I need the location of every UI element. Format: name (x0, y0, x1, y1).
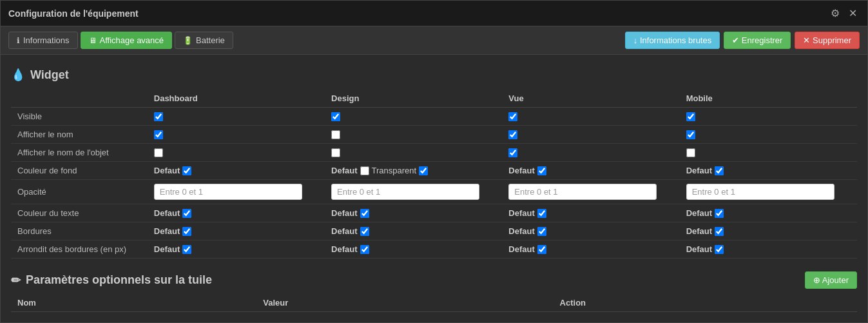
defaut-checkbox-vue-5[interactable] (537, 209, 546, 218)
col-header-design: Design (325, 90, 502, 108)
opacity-input-design[interactable] (331, 184, 479, 200)
widget-title-text: Widget (30, 68, 69, 82)
cell-mobile: Defaut (680, 162, 857, 180)
tab-batterie[interactable]: 🔋 Batterie (175, 32, 233, 49)
cell-vue (502, 180, 679, 204)
defaut-checkbox-design-3[interactable] (360, 166, 369, 175)
defaut-checkbox-design-6[interactable] (360, 227, 369, 236)
cell-vue: Defaut (502, 204, 679, 222)
defaut-checkbox-design-5[interactable] (360, 209, 369, 218)
cell-dashboard (148, 126, 325, 144)
defaut-label: Defaut (154, 208, 180, 218)
cell-dashboard (148, 144, 325, 162)
opacity-input-vue[interactable] (508, 184, 657, 200)
widget-table-header: Dashboard Design Vue Mobile (11, 90, 857, 108)
raw-info-label: ↓ Informations brutes (633, 35, 711, 45)
checkbox-vue-2[interactable] (508, 148, 517, 157)
checkbox-vue-0[interactable] (508, 112, 517, 121)
col-header-label (11, 90, 148, 108)
checkbox-design-1[interactable] (331, 130, 340, 139)
checkbox-dashboard-1[interactable] (154, 130, 163, 139)
checkbox-mobile-2[interactable] (686, 148, 695, 157)
checkbox-design-0[interactable] (331, 112, 340, 121)
close-icon-btn[interactable]: ✕ (846, 6, 860, 21)
cell-mobile: Defaut (680, 204, 857, 222)
defaut-checkbox-mobile-6[interactable] (715, 227, 724, 236)
defaut-checkbox-dashboard-7[interactable] (182, 245, 191, 254)
save-button[interactable]: ✔ Enregistrer (724, 32, 791, 49)
defaut-checkbox-dashboard-5[interactable] (182, 209, 191, 218)
params-section-title: ✏ Paramètres optionnels sur la tuile (11, 273, 212, 288)
opacity-input-mobile[interactable] (686, 184, 834, 200)
row-label: Couleur du texte (11, 204, 148, 222)
defaut-label: Defaut (331, 208, 357, 218)
row-label: Afficher le nom (11, 126, 148, 144)
row-label: Couleur de fond (11, 162, 148, 180)
widget-icon: 💧 (11, 68, 25, 82)
title-bar: Configuration de l'équipement ⚙ ✕ (1, 1, 867, 26)
defaut-label: Defaut (508, 166, 534, 175)
col-nom: Nom (11, 294, 256, 312)
checkbox-dashboard-0[interactable] (154, 112, 163, 121)
tab-informations-label: Informations (23, 35, 70, 45)
display-icon: 🖥 (89, 36, 97, 45)
checkbox-mobile-1[interactable] (686, 130, 695, 139)
defaut-checkbox-mobile-7[interactable] (715, 245, 724, 254)
cell-design: Defaut (325, 222, 502, 240)
transparent-checkbox-design-3[interactable] (419, 166, 428, 175)
defaut-label: Defaut (154, 166, 180, 175)
cell-mobile: Defaut (680, 240, 857, 259)
checkbox-dashboard-2[interactable] (154, 148, 163, 157)
add-label: ⊕ Ajouter (813, 275, 849, 285)
cell-vue (502, 108, 679, 126)
tab-informations[interactable]: ℹ Informations (8, 32, 78, 49)
defaut-checkbox-vue-3[interactable] (537, 166, 546, 175)
tabs-left: ℹ Informations 🖥 Affichage avancé 🔋 Batt… (8, 32, 233, 49)
main-content: 💧 Widget Dashboard Design Vue Mobile Vis… (1, 55, 867, 318)
checkbox-vue-1[interactable] (508, 130, 517, 139)
title-bar-controls: ⚙ ✕ (828, 6, 860, 21)
defaut-label: Defaut (331, 244, 357, 254)
save-label: ✔ Enregistrer (732, 35, 782, 45)
col-header-dashboard: Dashboard (148, 90, 325, 108)
defaut-checkbox-dashboard-3[interactable] (182, 166, 191, 175)
settings-icon-btn[interactable]: ⚙ (828, 6, 842, 21)
row-label: Arrondit des bordures (en px) (11, 240, 148, 259)
defaut-checkbox-mobile-3[interactable] (715, 166, 724, 175)
window-title: Configuration de l'équipement (8, 8, 139, 19)
checkbox-mobile-0[interactable] (686, 112, 695, 121)
delete-button[interactable]: ✕ Supprimer (795, 32, 860, 49)
cell-design: Defaut Transparent (325, 162, 502, 180)
row-label: Bordures (11, 222, 148, 240)
table-row: BorduresDefautDefautDefautDefaut (11, 222, 857, 240)
table-row: Couleur du texteDefautDefautDefautDefaut (11, 204, 857, 222)
checkbox-design-2[interactable] (331, 148, 340, 157)
widget-table: Dashboard Design Vue Mobile VisibleAffic… (11, 90, 857, 259)
defaut-checkbox-vue-7[interactable] (537, 245, 546, 254)
defaut-checkbox-vue-6[interactable] (537, 227, 546, 236)
defaut-label: Defaut (154, 226, 180, 236)
opacity-input-dashboard[interactable] (154, 184, 302, 200)
add-button[interactable]: ⊕ Ajouter (805, 271, 857, 289)
cell-dashboard: Defaut (148, 222, 325, 240)
defaut-checkbox-dashboard-6[interactable] (182, 227, 191, 236)
cell-dashboard (148, 180, 325, 204)
cell-design (325, 144, 502, 162)
cell-vue: Defaut (502, 240, 679, 259)
defaut-label: Defaut (508, 226, 534, 236)
params-title-text: Paramètres optionnels sur la tuile (26, 273, 212, 287)
cell-mobile (680, 108, 857, 126)
cell-dashboard: Defaut (148, 204, 325, 222)
cell-vue: Defaut (502, 222, 679, 240)
defaut-checkbox-mobile-5[interactable] (715, 209, 724, 218)
table-row: Opacité (11, 180, 857, 204)
cell-dashboard: Defaut (148, 162, 325, 180)
delete-label: ✕ Supprimer (803, 35, 851, 45)
tab-affichage-avance[interactable]: 🖥 Affichage avancé (81, 32, 173, 49)
params-table: Nom Valeur Action (11, 294, 857, 312)
cell-dashboard (148, 108, 325, 126)
cell-vue (502, 126, 679, 144)
cell-vue (502, 144, 679, 162)
raw-info-button[interactable]: ↓ Informations brutes (625, 32, 720, 49)
defaut-checkbox-design-7[interactable] (360, 245, 369, 254)
